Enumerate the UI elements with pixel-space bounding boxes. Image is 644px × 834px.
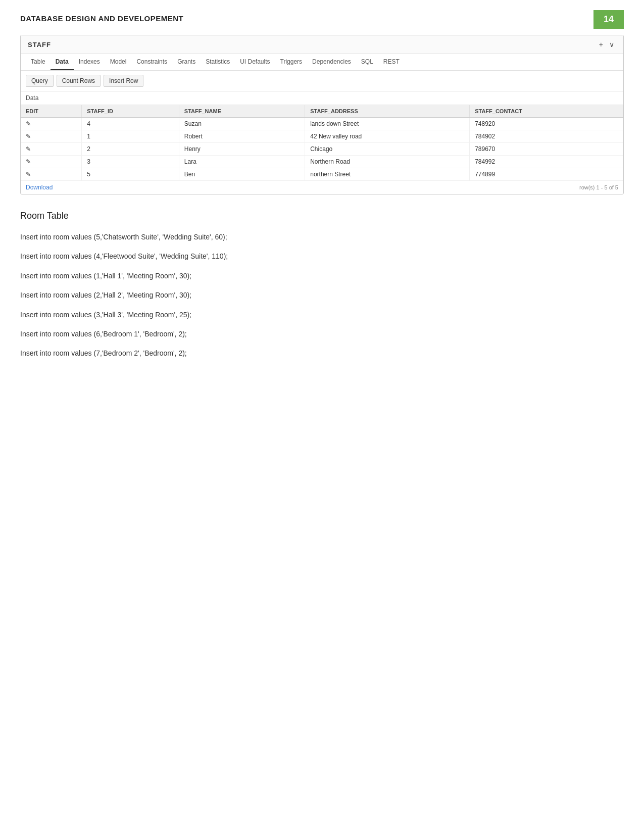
tabs-row: Table Data Indexes Model Constraints Gra…: [21, 54, 623, 71]
tab-triggers[interactable]: Triggers: [275, 54, 308, 70]
insert-statement: Insert into room values (1,'Hall 1', 'Me…: [20, 270, 624, 281]
staff-id-cell: 4: [82, 118, 179, 130]
staff-address-cell: lands down Street: [305, 118, 470, 130]
staff-name-cell: Suzan: [179, 118, 305, 130]
tab-dependencies[interactable]: Dependencies: [307, 54, 356, 70]
query-button[interactable]: Query: [26, 75, 54, 87]
panel-plus-button[interactable]: +: [597, 39, 605, 50]
staff-name-cell: Lara: [179, 156, 305, 168]
edit-cell[interactable]: ✎: [21, 118, 82, 130]
page-title: DATABASE DESIGN AND DEVELOPEMENT: [20, 10, 624, 23]
edit-cell[interactable]: ✎: [21, 143, 82, 156]
table-row: ✎4Suzanlands down Street748920: [21, 118, 623, 130]
edit-cell[interactable]: ✎: [21, 156, 82, 168]
staff-name-cell: Henry: [179, 143, 305, 156]
insert-row-button[interactable]: Insert Row: [104, 75, 143, 87]
content-section: Room Table Insert into room values (5,'C…: [20, 211, 624, 359]
edit-cell[interactable]: ✎: [21, 130, 82, 143]
row-count: row(s) 1 - 5 of 5: [579, 184, 618, 190]
table-row: ✎5Bennorthern Street774899: [21, 168, 623, 181]
staff-id-cell: 2: [82, 143, 179, 156]
staff-contact-cell: 774899: [470, 168, 623, 181]
download-link[interactable]: Download: [26, 184, 53, 191]
tab-constraints[interactable]: Constraints: [131, 54, 172, 70]
page-header-area: 14 DATABASE DESIGN AND DEVELOPEMENT: [20, 10, 624, 23]
staff-contact-cell: 748920: [470, 118, 623, 130]
table-row: ✎3LaraNorthern Road784992: [21, 156, 623, 168]
data-toolbar: Query Count Rows Insert Row: [21, 71, 623, 91]
insert-statement: Insert into room values (7,'Bedroom 2', …: [20, 348, 624, 359]
table-row: ✎1Robert42 New valley road784902: [21, 130, 623, 143]
staff-contact-cell: 784902: [470, 130, 623, 143]
room-table-heading: Room Table: [20, 211, 624, 221]
tab-statistics[interactable]: Statistics: [201, 54, 235, 70]
page-number-badge: 14: [593, 10, 624, 29]
col-staff-address: STAFF_ADDRESS: [305, 105, 470, 118]
panel-chevron-button[interactable]: ∨: [607, 39, 616, 50]
insert-statement: Insert into room values (2,'Hall 2', 'Me…: [20, 289, 624, 301]
tab-data[interactable]: Data: [51, 54, 74, 70]
table-footer: Download row(s) 1 - 5 of 5: [21, 181, 623, 194]
panel-header: STAFF + ∨: [21, 35, 623, 54]
tab-grants[interactable]: Grants: [172, 54, 201, 70]
staff-address-cell: Chicago: [305, 143, 470, 156]
insert-statement: Insert into room values (5,'Chatsworth S…: [20, 231, 624, 242]
insert-statement: Insert into room values (4,'Fleetwood Su…: [20, 251, 624, 262]
col-edit: EDIT: [21, 105, 82, 118]
staff-id-cell: 1: [82, 130, 179, 143]
staff-contact-cell: 784992: [470, 156, 623, 168]
staff-name-cell: Ben: [179, 168, 305, 181]
count-rows-button[interactable]: Count Rows: [57, 75, 101, 87]
col-staff-contact: STAFF_CONTACT: [470, 105, 623, 118]
table-header-row: EDIT STAFF_ID STAFF_NAME STAFF_ADDRESS S…: [21, 105, 623, 118]
staff-id-cell: 5: [82, 168, 179, 181]
tab-rest[interactable]: REST: [378, 54, 405, 70]
panel-actions: + ∨: [597, 39, 616, 50]
staff-table: EDIT STAFF_ID STAFF_NAME STAFF_ADDRESS S…: [21, 105, 623, 181]
insert-statement: Insert into room values (6,'Bedroom 1', …: [20, 328, 624, 339]
table-row: ✎2HenryChicago789670: [21, 143, 623, 156]
staff-address-cell: Northern Road: [305, 156, 470, 168]
staff-name-cell: Robert: [179, 130, 305, 143]
tab-indexes[interactable]: Indexes: [74, 54, 105, 70]
tab-sql[interactable]: SQL: [356, 54, 378, 70]
panel-title: STAFF: [28, 41, 51, 48]
db-panel: STAFF + ∨ Table Data Indexes Model Const…: [20, 35, 624, 194]
col-staff-id: STAFF_ID: [82, 105, 179, 118]
tab-ui-defaults[interactable]: UI Defaults: [235, 54, 275, 70]
staff-contact-cell: 789670: [470, 143, 623, 156]
tab-model[interactable]: Model: [105, 54, 132, 70]
col-staff-name: STAFF_NAME: [179, 105, 305, 118]
edit-cell[interactable]: ✎: [21, 168, 82, 181]
tab-table[interactable]: Table: [26, 54, 51, 70]
insert-statement: Insert into room values (3,'Hall 3', 'Me…: [20, 309, 624, 320]
data-section-label: Data: [21, 91, 623, 105]
staff-id-cell: 3: [82, 156, 179, 168]
staff-address-cell: 42 New valley road: [305, 130, 470, 143]
staff-address-cell: northern Street: [305, 168, 470, 181]
